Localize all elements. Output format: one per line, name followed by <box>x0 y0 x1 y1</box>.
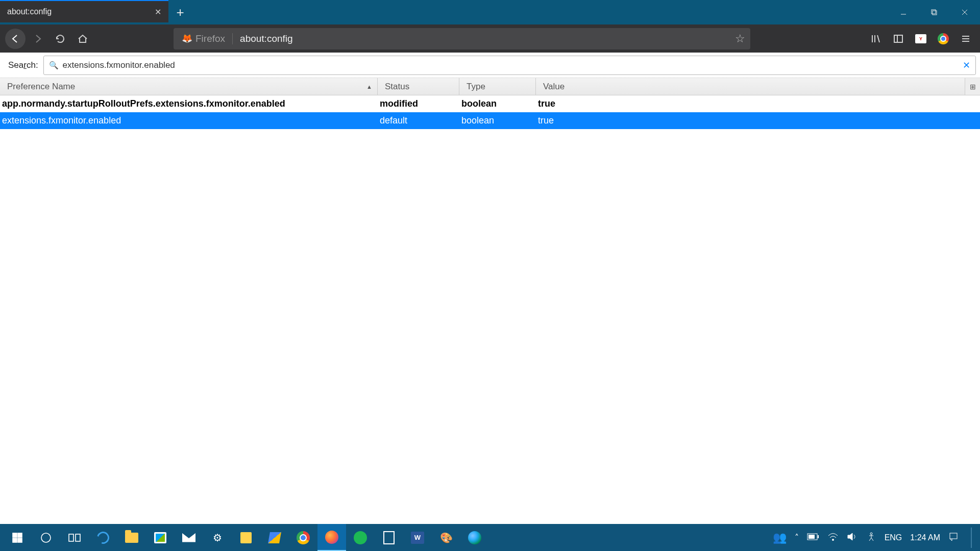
window-minimize-button[interactable] <box>888 0 919 24</box>
app-menu-button[interactable] <box>957 30 975 48</box>
tray-volume-icon[interactable] <box>847 532 858 543</box>
search-label: Search: <box>4 60 38 70</box>
column-name-label: Preference Name <box>7 82 75 92</box>
extension-ynews-icon[interactable]: Y <box>912 30 930 48</box>
svg-rect-8 <box>894 35 902 42</box>
taskbar-explorer[interactable] <box>117 524 146 551</box>
tray-wifi-icon[interactable] <box>827 532 839 543</box>
window-controls <box>888 0 980 24</box>
nav-toolbar: 🦊 Firefox about:config ☆ Y <box>0 24 980 53</box>
urlbar-brand: Firefox <box>195 33 233 44</box>
tray-language[interactable]: ENG <box>885 533 902 542</box>
clear-search-icon[interactable]: ✕ <box>963 60 970 71</box>
taskbar-calculator[interactable] <box>375 524 403 551</box>
forward-button[interactable] <box>28 29 48 49</box>
taskbar-chrome[interactable] <box>289 524 317 551</box>
cortana-button[interactable] <box>32 524 60 551</box>
tray-notifications-icon[interactable] <box>948 532 959 544</box>
pref-name: extensions.fxmonitor.enabled <box>0 115 378 126</box>
svg-point-25 <box>870 533 872 535</box>
column-preference-name[interactable]: Preference Name ▲ <box>0 78 378 95</box>
home-button[interactable] <box>72 29 93 49</box>
extension-chrome-icon[interactable] <box>934 30 952 48</box>
pref-value: true <box>536 98 980 109</box>
svg-rect-16 <box>18 538 22 542</box>
firefox-icon: 🦊 <box>182 33 192 44</box>
tray-chevron-icon[interactable]: ˄ <box>795 533 799 542</box>
svg-rect-19 <box>76 534 80 541</box>
svg-rect-1 <box>932 10 936 14</box>
pref-row[interactable]: app.normandy.startupRolloutPrefs.extensi… <box>0 95 980 112</box>
search-row: Search: 🔍 ✕ <box>0 53 980 78</box>
search-box[interactable]: 🔍 ✕ <box>43 56 976 75</box>
column-value-label: Value <box>543 82 565 92</box>
column-type-label: Type <box>467 82 485 92</box>
svg-point-23 <box>832 539 834 540</box>
svg-line-7 <box>877 35 879 42</box>
taskbar-firefox-dev[interactable] <box>460 524 489 551</box>
gear-icon: ⚙ <box>210 531 225 545</box>
people-icon[interactable]: 👥 <box>773 531 787 544</box>
svg-rect-15 <box>13 538 17 542</box>
new-tab-button[interactable]: + <box>168 0 192 24</box>
reload-button[interactable] <box>50 29 70 49</box>
pref-name: app.normandy.startupRolloutPrefs.extensi… <box>0 98 378 109</box>
svg-rect-13 <box>13 533 17 537</box>
svg-rect-26 <box>950 533 957 539</box>
tab-title: about:config <box>7 7 52 16</box>
pref-row[interactable]: extensions.fxmonitor.enableddefaultboole… <box>0 112 980 129</box>
sort-indicator-icon: ▲ <box>366 84 372 90</box>
browser-tab[interactable]: about:config ✕ <box>0 0 168 22</box>
search-input[interactable] <box>63 60 963 70</box>
tray-battery-icon[interactable] <box>807 533 819 542</box>
windows-taskbar: ⚙ W 🎨 👥 ˄ ENG 1:24 AM <box>0 524 980 551</box>
tray-ease-of-access-icon[interactable] <box>866 532 876 544</box>
tab-close-icon[interactable]: ✕ <box>155 7 161 17</box>
taskbar-paint[interactable]: 🎨 <box>432 524 460 551</box>
taskbar-google-ads[interactable] <box>260 524 289 551</box>
tray-clock[interactable]: 1:24 AM <box>910 533 940 542</box>
taskbar-mail[interactable] <box>175 524 203 551</box>
column-value[interactable]: Value <box>536 78 980 95</box>
urlbar-address: about:config <box>240 33 293 44</box>
taskbar-settings[interactable]: ⚙ <box>203 524 232 551</box>
taskbar-firefox[interactable] <box>317 524 346 551</box>
pref-value: true <box>536 115 980 126</box>
system-tray: 👥 ˄ ENG 1:24 AM <box>773 528 977 548</box>
column-picker-icon[interactable]: ⊞ <box>965 78 980 95</box>
taskbar-sticky-notes[interactable] <box>232 524 260 551</box>
pref-table-header: Preference Name ▲ Status Type Value ⊞ <box>0 78 980 95</box>
window-close-button[interactable] <box>949 0 980 24</box>
svg-rect-18 <box>69 534 74 541</box>
sidebar-icon[interactable] <box>889 30 908 48</box>
library-icon[interactable] <box>867 30 885 48</box>
show-desktop-button[interactable] <box>971 528 972 548</box>
svg-rect-14 <box>18 533 22 537</box>
pref-table-body: app.normandy.startupRolloutPrefs.extensi… <box>0 95 980 129</box>
taskbar-store[interactable] <box>146 524 175 551</box>
search-icon: 🔍 <box>49 61 59 70</box>
taskbar-edge[interactable] <box>89 524 117 551</box>
taskbar-spotify[interactable] <box>346 524 375 551</box>
task-view-button[interactable] <box>60 524 89 551</box>
pref-status: modified <box>378 98 459 109</box>
column-status[interactable]: Status <box>378 78 459 95</box>
svg-rect-22 <box>818 535 819 538</box>
pref-type: boolean <box>459 115 536 126</box>
start-button[interactable] <box>3 524 32 551</box>
pref-status: default <box>378 115 459 126</box>
column-type[interactable]: Type <box>459 78 536 95</box>
window-maximize-button[interactable] <box>919 0 949 24</box>
url-bar[interactable]: 🦊 Firefox about:config ☆ <box>174 28 750 49</box>
titlebar: about:config ✕ + <box>0 0 980 24</box>
svg-rect-2 <box>933 11 937 15</box>
taskbar-word[interactable]: W <box>403 524 432 551</box>
svg-marker-24 <box>848 533 852 540</box>
palette-icon: 🎨 <box>439 531 453 545</box>
svg-point-17 <box>41 533 51 542</box>
bookmark-star-icon[interactable]: ☆ <box>735 32 745 45</box>
pref-type: boolean <box>459 98 536 109</box>
svg-rect-21 <box>808 535 815 539</box>
column-status-label: Status <box>385 82 409 92</box>
back-button[interactable] <box>5 29 26 49</box>
